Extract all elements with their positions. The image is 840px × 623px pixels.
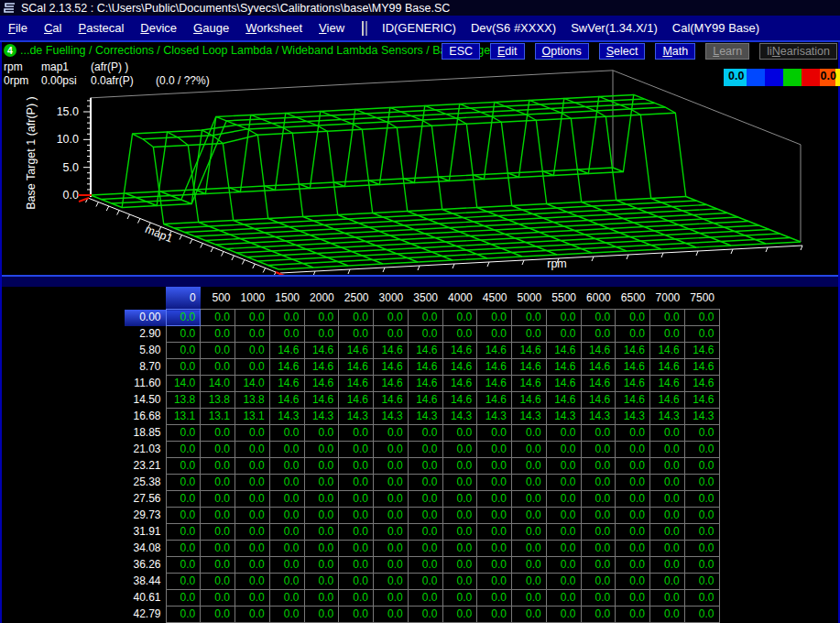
table-cell[interactable]: 14.6	[650, 359, 685, 376]
table-cell[interactable]: 0.0	[269, 590, 304, 607]
table-cell[interactable]: 0.0	[339, 458, 374, 475]
table-cell[interactable]: 13.8	[166, 392, 201, 409]
table-cell[interactable]: 0.0	[374, 557, 409, 574]
table-cell[interactable]: 0.0	[442, 326, 477, 343]
table-cell[interactable]: 0.0	[166, 343, 201, 359]
table-cell[interactable]: 0.0	[477, 458, 512, 475]
table-cell[interactable]: 0.0	[616, 574, 650, 590]
table-cell[interactable]: 14.6	[304, 392, 339, 409]
table-cell[interactable]: 0.0	[269, 475, 304, 491]
table-cell[interactable]: 0.0	[477, 491, 512, 508]
table-cell[interactable]: 0.0	[201, 590, 235, 607]
table-cell[interactable]: 0.0	[235, 442, 270, 458]
table-cell[interactable]: 0.0	[650, 557, 685, 574]
table-cell[interactable]: 0.0	[166, 541, 201, 557]
table-cell[interactable]: 0.0	[477, 557, 512, 574]
table-cell[interactable]: 0.0	[684, 310, 719, 326]
table-cell[interactable]: 0.0	[650, 508, 685, 524]
table-cell[interactable]: 0.0	[546, 524, 581, 541]
table-cell[interactable]: 0.0	[616, 607, 650, 623]
table-cell[interactable]: 14.0	[201, 376, 235, 392]
table-cell[interactable]: 0.0	[374, 458, 409, 475]
col-header[interactable]: 5000	[512, 287, 547, 310]
row-header[interactable]: 34.08	[125, 541, 166, 557]
table-cell[interactable]: 0.0	[650, 524, 685, 541]
table-cell[interactable]: 0.0	[166, 574, 201, 590]
pane-divider[interactable]	[0, 275, 840, 287]
table-cell[interactable]: 0.0	[201, 491, 235, 508]
table-cell[interactable]: 14.6	[339, 343, 374, 359]
table-cell[interactable]: 0.0	[304, 326, 339, 343]
table-cell[interactable]: 14.6	[374, 392, 409, 409]
table-cell[interactable]: 0.0	[235, 491, 270, 508]
table-cell[interactable]: 0.0	[684, 574, 719, 590]
table-cell[interactable]: 14.3	[442, 409, 477, 425]
table-cell[interactable]: 0.0	[616, 442, 650, 458]
table-cell[interactable]: 0.0	[512, 607, 547, 623]
table-cell[interactable]: 0.0	[269, 310, 304, 326]
table-cell[interactable]: 0.0	[650, 425, 685, 442]
table-cell[interactable]: 0.0	[166, 557, 201, 574]
table-cell[interactable]: 0.0	[442, 425, 477, 442]
table-cell[interactable]: 14.6	[442, 392, 477, 409]
select-button[interactable]: Select	[599, 43, 646, 60]
table-cell[interactable]: 0.0	[512, 491, 547, 508]
table-cell[interactable]: 0.0	[269, 326, 304, 343]
table-cell[interactable]: 13.8	[201, 392, 235, 409]
row-header[interactable]: 29.73	[125, 508, 166, 524]
table-cell[interactable]: 0.0	[616, 508, 650, 524]
table-cell[interactable]: 0.0	[442, 310, 477, 326]
table-cell[interactable]: 0.0	[581, 607, 616, 623]
table-cell[interactable]: 0.0	[616, 491, 650, 508]
table-cell[interactable]: 0.0	[477, 524, 512, 541]
table-cell[interactable]: 0.0	[408, 508, 442, 524]
table-cell[interactable]: 0.0	[201, 425, 235, 442]
table-cell[interactable]: 0.0	[616, 310, 650, 326]
table-cell[interactable]: 0.0	[269, 508, 304, 524]
table-cell[interactable]: 0.0	[201, 541, 235, 557]
table-cell[interactable]: 14.6	[546, 343, 581, 359]
surface-mesh[interactable]	[91, 94, 801, 269]
table-cell[interactable]: 0.0	[304, 491, 339, 508]
table-cell[interactable]: 14.3	[304, 409, 339, 425]
surface-plot-pane[interactable]: 0.05.010.015.0Base Target 1 (afr(P) )map…	[0, 64, 840, 279]
table-cell[interactable]: 0.0	[442, 458, 477, 475]
table-cell[interactable]: 0.0	[339, 607, 374, 623]
table-cell[interactable]: 0.0	[201, 557, 235, 574]
table-cell[interactable]: 0.0	[477, 590, 512, 607]
table-cell[interactable]: 14.6	[442, 343, 477, 359]
table-cell[interactable]: 0.0	[581, 557, 616, 574]
table-cell[interactable]: 0.0	[408, 475, 442, 491]
row-header[interactable]: 8.70	[125, 359, 166, 376]
table-cell[interactable]: 0.0	[616, 590, 650, 607]
table-cell[interactable]: 0.0	[304, 458, 339, 475]
table-cell[interactable]: 0.0	[546, 475, 581, 491]
table-cell[interactable]: 0.0	[339, 508, 374, 524]
table-cell[interactable]: 0.0	[235, 508, 270, 524]
table-cell[interactable]: 0.0	[201, 475, 235, 491]
table-cell[interactable]: 14.6	[512, 392, 547, 409]
table-cell[interactable]: 0.0	[304, 607, 339, 623]
table-cell[interactable]: 0.0	[201, 607, 235, 623]
table-cell[interactable]: 0.0	[581, 442, 616, 458]
table-cell[interactable]: 14.6	[408, 359, 442, 376]
table-cell[interactable]: 0.0	[201, 310, 235, 326]
table-cell[interactable]: 14.6	[616, 376, 650, 392]
table-cell[interactable]: 0.0	[304, 442, 339, 458]
table-cell[interactable]: 0.0	[616, 326, 650, 343]
col-header[interactable]: 1500	[269, 287, 304, 310]
table-cell[interactable]: 0.0	[442, 557, 477, 574]
table-cell[interactable]: 14.6	[408, 376, 442, 392]
table-cell[interactable]: 0.0	[166, 425, 201, 442]
table-cell[interactable]: 0.0	[304, 310, 339, 326]
table-cell[interactable]: 14.6	[616, 343, 650, 359]
table-cell[interactable]: 0.0	[650, 590, 685, 607]
table-cell[interactable]: 0.0	[546, 425, 581, 442]
table-cell[interactable]: 14.6	[304, 343, 339, 359]
table-cell[interactable]: 14.6	[374, 359, 409, 376]
table-cell[interactable]: 0.0	[616, 425, 650, 442]
table-cell[interactable]: 14.6	[684, 359, 719, 376]
table-cell[interactable]: 14.6	[477, 392, 512, 409]
table-cell[interactable]: 0.0	[201, 524, 235, 541]
table-cell[interactable]: 0.0	[339, 590, 374, 607]
